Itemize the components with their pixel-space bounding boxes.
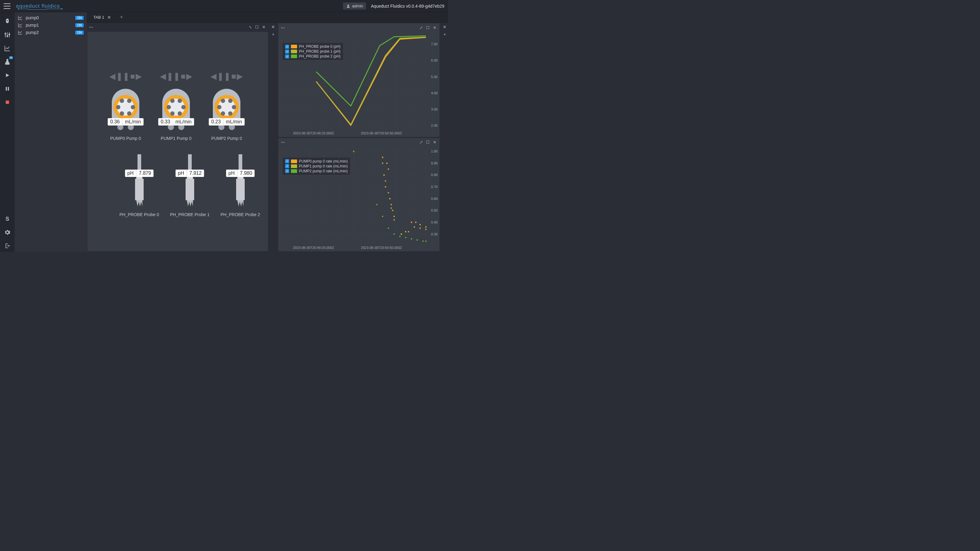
y-axis-tick: 4.00	[431, 91, 438, 95]
pump-reading: 0.33 mL/min	[158, 118, 194, 125]
legend-label: PUMP0 pump 0 rate (mL/min)	[299, 159, 348, 164]
svg-rect-101	[415, 222, 417, 223]
svg-rect-120	[399, 236, 401, 237]
legend-checkbox[interactable]: ✓	[285, 164, 289, 168]
panel-menu-icon[interactable]: ⋯	[281, 25, 285, 30]
pause-icon[interactable]: ❚❚	[217, 71, 231, 81]
user-badge[interactable]: admin	[343, 2, 366, 10]
rail-s-icon[interactable]: S	[1, 213, 13, 225]
pump-reading: 0.36 mL/min	[108, 118, 144, 125]
svg-point-27	[170, 111, 175, 116]
panel-close-icon[interactable]: ✕	[261, 25, 266, 29]
pump-rate-unit: mL/min	[224, 118, 244, 125]
chart-line-icon	[18, 23, 23, 27]
panel-expand-icon[interactable]: ⤢	[418, 140, 423, 144]
probe-reading: pH 7.912	[175, 170, 204, 177]
side-add-icon[interactable]: +	[272, 32, 274, 37]
panel-close-icon[interactable]: ✕	[432, 25, 437, 30]
play-icon[interactable]: ▶	[186, 71, 192, 81]
rewind-icon[interactable]: ◀	[109, 71, 115, 81]
pump-widget[interactable]: ◀ ❚❚ ■ ▶ 0.36 mL/min PUMP0 Pump 0	[106, 71, 145, 141]
stop-icon[interactable]: ■	[181, 71, 186, 81]
legend-checkbox[interactable]: ✓	[285, 49, 289, 54]
legend-checkbox[interactable]: ✓	[285, 159, 289, 163]
rail-chart-icon[interactable]	[1, 42, 13, 54]
svg-point-29	[170, 98, 175, 103]
pump-graphic: 0.36 mL/min	[106, 84, 145, 134]
rail-recipe-icon[interactable]: R	[1, 56, 13, 68]
pause-icon[interactable]: ❚❚	[116, 71, 130, 81]
legend-item[interactable]: ✓PH_PROBE probe 0 (pH)	[285, 44, 340, 49]
pump-widget[interactable]: ◀ ❚❚ ■ ▶ 0.33 mL/min PUMP1 Pump 0	[156, 71, 196, 141]
rewind-icon[interactable]: ◀	[160, 71, 166, 81]
probe-widget[interactable]: pH 7.912 PH_PROBE Probe 1	[170, 154, 210, 217]
svg-point-39	[221, 98, 225, 103]
svg-point-19	[120, 98, 124, 103]
device-canvas[interactable]: ◀ ❚❚ ■ ▶ 0.36 mL/min PUMP0 Pump 0 ◀ ❚❚ ■…	[87, 32, 268, 251]
panel-collapse-icon[interactable]: ⤡	[248, 25, 253, 29]
side-close-icon[interactable]: ✕	[271, 24, 275, 29]
svg-rect-116	[376, 204, 377, 205]
probe-widget[interactable]: pH 7.879 PH_PROBE Probe 0	[119, 154, 159, 217]
svg-rect-115	[353, 151, 354, 152]
device-item[interactable]: pump0 ON	[15, 14, 87, 21]
canvas-panel-header: ⋯ ⤡ ☐ ✕	[87, 23, 269, 31]
panel-menu-icon[interactable]: ⋯	[89, 25, 94, 29]
svg-point-2	[61, 8, 62, 10]
tab[interactable]: TAB 1 ✕	[91, 13, 114, 22]
rail-play-icon[interactable]	[1, 69, 13, 81]
play-icon[interactable]: ▶	[237, 71, 243, 81]
svg-rect-105	[382, 162, 383, 164]
tab-close-icon[interactable]: ✕	[107, 15, 111, 20]
legend-item[interactable]: ✓PH_PROBE probe 1 (pH)	[285, 49, 340, 54]
pause-icon[interactable]: ❚❚	[167, 71, 180, 81]
rail-logout-icon[interactable]	[1, 240, 13, 252]
y-axis-tick: 0.90	[431, 161, 438, 165]
rail-settings-icon[interactable]	[1, 226, 13, 238]
pump-widget[interactable]: ◀ ❚❚ ■ ▶ 0.23 mL/min PUMP2 Pump 0	[207, 71, 247, 141]
svg-point-15	[131, 105, 135, 109]
rail-home-icon[interactable]	[1, 15, 13, 27]
probe-value: 7.980	[237, 170, 255, 177]
svg-point-28	[167, 105, 171, 109]
probe-widget[interactable]: pH 7.980 PH_PROBE Probe 2	[221, 154, 260, 217]
panel-close-icon[interactable]: ✕	[432, 140, 437, 144]
svg-rect-121	[405, 237, 406, 238]
pump-transport-controls: ◀ ❚❚ ■ ▶	[160, 71, 192, 81]
panel-maximize-icon[interactable]: ☐	[255, 25, 259, 29]
legend-checkbox[interactable]: ✓	[285, 54, 289, 59]
panel-menu-icon[interactable]: ⋯	[281, 140, 285, 144]
y-axis-tick: 3.00	[431, 108, 438, 111]
stop-icon[interactable]: ■	[130, 71, 135, 81]
stop-icon[interactable]: ■	[231, 71, 236, 81]
y-axis-tick: 2.00	[431, 124, 438, 127]
device-item[interactable]: pump2 ON	[15, 29, 87, 36]
legend-item[interactable]: ✓PUMP2 pump 0 rate (mL/min)	[285, 169, 348, 173]
rail-sliders-icon[interactable]	[1, 29, 13, 41]
y-axis-tick: 0.50	[431, 208, 438, 212]
legend-checkbox[interactable]: ✓	[285, 45, 289, 49]
rail-stop-icon[interactable]	[1, 96, 13, 108]
play-icon[interactable]: ▶	[136, 71, 142, 81]
legend-item[interactable]: ✓PUMP0 pump 0 rate (mL/min)	[285, 159, 348, 164]
menu-toggle-icon[interactable]	[4, 3, 10, 9]
panel-expand-icon[interactable]: ⤢	[418, 25, 423, 30]
pump-rate-value: 0.33	[158, 118, 173, 125]
brand-logo: aqueduct fluidics	[16, 2, 76, 10]
rail-pause-icon[interactable]	[1, 83, 13, 95]
probe-prefix: pH	[226, 170, 237, 177]
y-axis-tick: 0.80	[431, 173, 438, 176]
svg-point-16	[127, 111, 131, 116]
device-item[interactable]: pump1 ON	[15, 21, 87, 29]
side-add-icon[interactable]: +	[444, 32, 446, 37]
legend-checkbox[interactable]: ✓	[285, 169, 289, 173]
rewind-icon[interactable]: ◀	[210, 71, 216, 81]
legend-item[interactable]: ✓PUMP1 pump 0 rate (mL/min)	[285, 164, 348, 169]
tab-add-icon[interactable]: +	[120, 14, 123, 21]
legend-swatch	[291, 54, 297, 58]
device-status-badge: ON	[75, 16, 84, 20]
legend-item[interactable]: ✓PH_PROBE probe 2 (pH)	[285, 54, 340, 59]
panel-maximize-icon[interactable]: ☐	[425, 140, 430, 144]
side-close-icon[interactable]: ✕	[443, 24, 447, 29]
panel-maximize-icon[interactable]: ☐	[425, 25, 430, 30]
